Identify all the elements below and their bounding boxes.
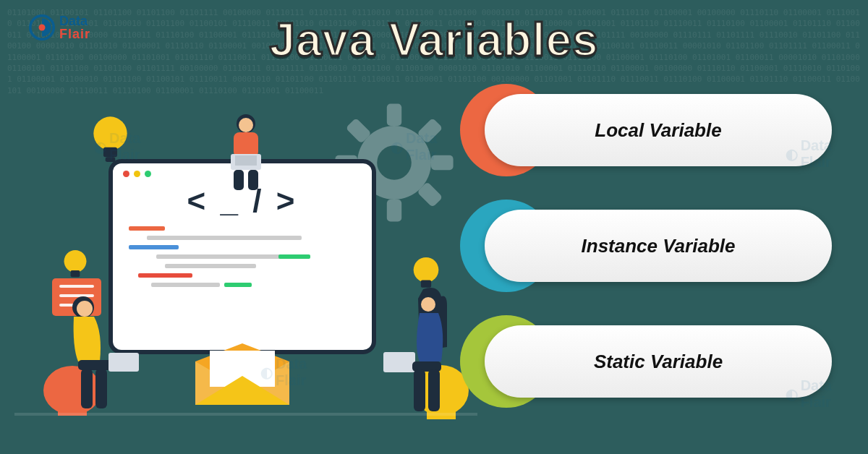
svg-rect-39 (414, 369, 425, 411)
svg-point-29 (77, 301, 93, 317)
brand-logo: Data Flair (29, 14, 90, 40)
page-title: Java Variables (269, 13, 598, 67)
pill-label: Local Variable (485, 94, 832, 166)
svg-point-15 (64, 250, 87, 273)
svg-rect-16 (71, 270, 80, 277)
svg-point-20 (239, 118, 253, 132)
svg-rect-37 (383, 352, 415, 372)
svg-point-1 (39, 25, 46, 31)
person-sitting-right-icon (369, 278, 470, 423)
svg-point-12 (93, 116, 127, 150)
brand-name-2: Flair (59, 27, 90, 40)
brand-name-1: Data (59, 14, 90, 27)
svg-rect-21 (234, 132, 258, 158)
svg-rect-25 (248, 170, 258, 190)
svg-rect-6 (431, 155, 454, 170)
brand-logo-icon (29, 14, 55, 40)
svg-rect-32 (81, 369, 93, 408)
person-sitting-top-icon (213, 112, 278, 192)
hero-illustration: < _ / > (43, 101, 448, 441)
pill-label: Static Variable (485, 325, 832, 398)
pill-label: Instance Variable (485, 210, 832, 282)
svg-rect-24 (234, 170, 244, 190)
svg-rect-3 (387, 103, 401, 126)
svg-rect-23 (235, 155, 257, 166)
list-item: Local Variable (477, 94, 832, 166)
list-item: Instance Variable (477, 210, 832, 282)
floor-line (14, 413, 477, 416)
variable-types-list: Local Variable Instance Variable Static … (477, 94, 832, 398)
svg-rect-40 (428, 369, 440, 411)
code-lines-icon (123, 226, 362, 287)
svg-rect-13 (103, 147, 117, 158)
list-item: Static Variable (477, 325, 832, 398)
svg-rect-4 (387, 200, 401, 222)
envelope-icon (192, 340, 293, 408)
svg-rect-31 (109, 353, 139, 372)
person-sitting-left-icon (43, 282, 145, 419)
svg-rect-33 (95, 369, 107, 408)
svg-point-36 (421, 297, 435, 312)
svg-point-11 (377, 145, 412, 180)
